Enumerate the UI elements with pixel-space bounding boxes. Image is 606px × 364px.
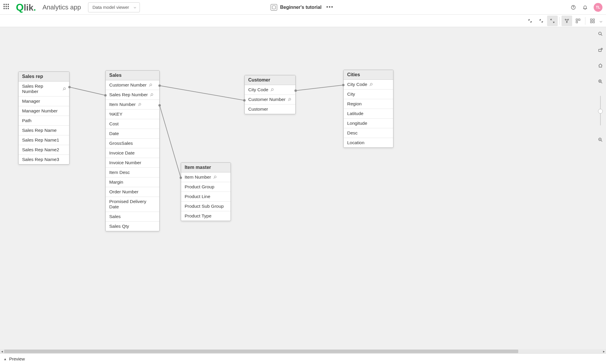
app-launcher-icon[interactable] <box>4 4 11 11</box>
table-field[interactable]: Customer Number⚲ <box>106 80 159 90</box>
svg-rect-7 <box>576 21 577 23</box>
qlik-logo[interactable]: Qlik. <box>16 1 36 13</box>
field-label: Customer Number <box>248 97 286 102</box>
user-avatar[interactable]: TL <box>594 3 602 12</box>
table-field[interactable]: Path <box>19 116 69 126</box>
source-table-view-button[interactable] <box>573 16 583 26</box>
table-field[interactable]: City <box>344 89 393 99</box>
canvas-horizontal-scrollbar[interactable]: ◄ ► <box>0 349 606 353</box>
table-field[interactable]: Sales Rep Name <box>19 126 69 135</box>
table-field[interactable]: Sales Rep Name2 <box>19 145 69 155</box>
table-field[interactable]: Manager <box>19 97 69 106</box>
field-label: City Code <box>248 87 268 92</box>
field-label: Item Number <box>109 102 136 107</box>
collapse-button[interactable] <box>536 16 547 26</box>
tutorial-title[interactable]: Beginner's tutorial <box>280 5 322 10</box>
table-field[interactable]: GrossSales <box>106 139 159 148</box>
table-field[interactable]: Customer <box>245 104 295 114</box>
view-toolbar: ⌵ <box>0 15 606 27</box>
scrollbar-thumb[interactable] <box>4 350 518 353</box>
data-model-canvas[interactable]: Sales repSales Rep Number⚲ManagerManager… <box>0 27 606 353</box>
table-customer[interactable]: CustomerCity Code⚲Customer Number⚲Custom… <box>244 75 296 114</box>
table-field[interactable]: Location <box>344 138 393 147</box>
table-field[interactable]: Date <box>106 129 159 139</box>
view-selector-label: Data model viewer <box>92 5 129 10</box>
table-header[interactable]: Sales rep <box>19 72 69 82</box>
table-field[interactable]: Invoice Date <box>106 148 159 158</box>
table-header[interactable]: Customer <box>245 75 295 85</box>
table-field[interactable]: Product Type <box>181 211 231 221</box>
key-icon: ⚲ <box>148 82 153 88</box>
table-sales[interactable]: SalesCustomer Number⚲Sales Rep Number⚲It… <box>105 70 160 231</box>
table-field[interactable]: Invoice Number <box>106 158 159 168</box>
preview-collapse-icon[interactable]: ▲ <box>4 357 7 361</box>
table-field[interactable]: Product Line <box>181 192 231 202</box>
table-field[interactable]: Sales Rep Number⚲ <box>19 82 69 97</box>
field-label: Sales <box>109 214 121 219</box>
view-selector-dropdown[interactable]: Data model viewer <box>88 2 140 12</box>
table-field[interactable]: Sales Rep Name3 <box>19 155 69 164</box>
layout-menu-chevron-icon[interactable]: ⌵ <box>598 16 604 26</box>
table-field[interactable]: Margin <box>106 177 159 187</box>
zoom-in-icon[interactable] <box>597 78 604 85</box>
table-field[interactable]: Sales <box>106 212 159 222</box>
table-salesrep[interactable]: Sales repSales Rep Number⚲ManagerManager… <box>18 72 69 164</box>
field-label: Customer <box>248 107 268 112</box>
table-field[interactable]: Promised Delivery Date <box>106 197 159 212</box>
table-itemmaster[interactable]: Item masterItem Number⚲Product GroupProd… <box>181 162 231 221</box>
zoom-out-icon[interactable] <box>597 137 604 143</box>
search-icon[interactable] <box>597 31 604 37</box>
table-field[interactable]: Item Number⚲ <box>181 172 231 182</box>
table-field[interactable]: Order Number <box>106 187 159 197</box>
scroll-left-arrow[interactable]: ◄ <box>0 349 4 353</box>
table-field[interactable]: Cost <box>106 119 159 129</box>
preview-panel-header[interactable]: ▲ Preview <box>0 353 606 364</box>
table-field[interactable]: Latitude <box>344 109 393 119</box>
table-field[interactable]: Sales Qty <box>106 222 159 231</box>
field-label: Location <box>347 140 365 145</box>
field-label: Product Line <box>185 194 210 199</box>
field-label: Date <box>109 131 119 136</box>
key-icon: ⚲ <box>368 82 374 87</box>
collapse-all-button[interactable] <box>525 16 535 26</box>
zoom-slider-knob[interactable] <box>598 109 603 114</box>
field-label: Desc <box>347 130 357 136</box>
key-icon: ⚲ <box>149 92 154 97</box>
lock-layout-icon[interactable] <box>597 46 604 53</box>
table-field[interactable]: City Code⚲ <box>245 85 295 95</box>
internal-table-view-button[interactable] <box>562 16 572 26</box>
field-label: Path <box>22 118 32 123</box>
table-header[interactable]: Sales <box>106 71 159 80</box>
table-field[interactable]: Longitude <box>344 119 393 128</box>
toolbar-separator <box>559 17 560 25</box>
field-label: Product Group <box>185 184 214 190</box>
table-field[interactable]: Desc <box>344 128 393 138</box>
more-menu-button[interactable]: ••• <box>324 3 335 11</box>
field-label: City Code <box>347 82 367 87</box>
svg-rect-8 <box>590 19 592 20</box>
table-field[interactable]: Item Number⚲ <box>106 100 159 109</box>
table-cities[interactable]: CitiesCity Code⚲CityRegionLatitudeLongit… <box>343 70 393 148</box>
scroll-right-arrow[interactable]: ► <box>602 349 606 353</box>
help-icon[interactable] <box>570 4 577 11</box>
notifications-icon[interactable] <box>582 4 588 11</box>
table-field[interactable]: Product Sub Group <box>181 202 231 211</box>
top-bar: Qlik. Analytics app Data model viewer Be… <box>0 0 606 15</box>
svg-rect-5 <box>576 19 577 20</box>
expand-all-button[interactable] <box>547 16 558 26</box>
table-header[interactable]: Item master <box>181 163 231 172</box>
table-field[interactable]: Customer Number⚲ <box>245 95 295 104</box>
table-field[interactable]: Product Group <box>181 182 231 192</box>
table-field[interactable]: Item Desc <box>106 168 159 177</box>
table-field[interactable]: Sales Rep Number⚲ <box>106 90 159 100</box>
layout-menu-button[interactable] <box>587 16 598 26</box>
table-field[interactable]: City Code⚲ <box>344 80 393 89</box>
table-field[interactable]: Sales Rep Name1 <box>19 135 69 145</box>
table-field[interactable]: Region <box>344 99 393 109</box>
table-field[interactable]: Manager Number <box>19 106 69 116</box>
key-icon: ⚲ <box>269 87 275 92</box>
table-field[interactable]: %KEY <box>106 109 159 119</box>
table-header[interactable]: Cities <box>344 70 393 80</box>
home-zoom-icon[interactable] <box>597 62 604 69</box>
zoom-slider[interactable] <box>600 96 601 125</box>
